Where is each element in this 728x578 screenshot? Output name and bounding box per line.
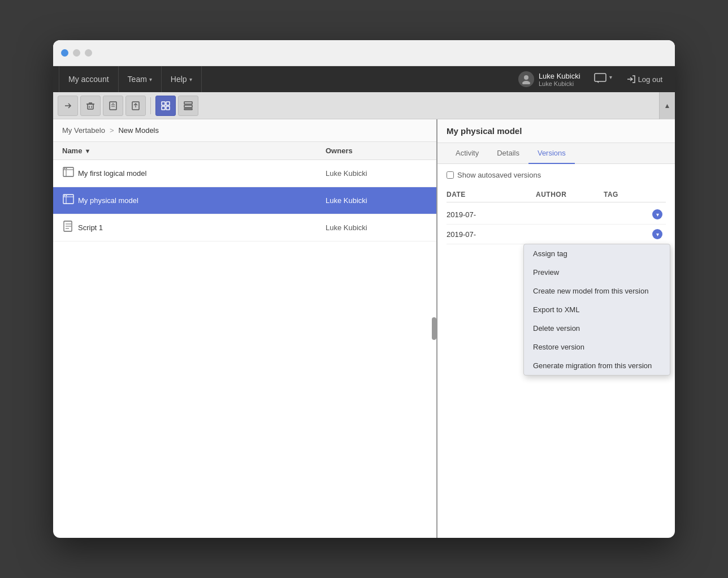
user-display-name: Luke Kubicki <box>539 72 580 80</box>
nav-team[interactable]: Team ▾ <box>119 66 162 92</box>
nav-right: Luke Kubicki Luke Kubicki ▾ Log out <box>513 70 669 89</box>
trafficlight-fullscreen[interactable] <box>85 49 92 57</box>
svg-rect-13 <box>162 102 165 105</box>
table-row[interactable]: My physical model Luke Kubicki <box>53 187 436 214</box>
breadcrumb-link[interactable]: My Vertabelo <box>62 126 105 135</box>
nav-left: My account Team ▾ Help ▾ <box>59 66 513 92</box>
version-date-2: 2019-07- <box>447 230 536 239</box>
row-owner-2: Luke Kubicki <box>326 196 427 205</box>
content-area: My Vertabelo > New Models Name ▼ Owners <box>53 119 675 538</box>
toolbar-scroll-up[interactable]: ▲ <box>659 92 675 119</box>
version-dropdown-1[interactable]: ▾ <box>652 209 662 219</box>
vcol-action-header <box>649 191 666 199</box>
toolbar-btn-export[interactable] <box>125 96 146 116</box>
tab-details[interactable]: Details <box>488 143 528 164</box>
toolbar-btn-forward[interactable] <box>58 96 78 116</box>
toolbar-separator <box>150 97 151 114</box>
row-icon-physical <box>62 193 78 208</box>
tab-versions[interactable]: Versions <box>528 143 575 164</box>
version-action-2[interactable]: ▾ <box>649 229 666 239</box>
nav-team-label: Team <box>128 75 147 84</box>
context-menu-assign-tag[interactable]: Assign tag <box>524 244 670 263</box>
svg-point-24 <box>66 168 67 169</box>
svg-point-1 <box>522 81 530 84</box>
context-menu-restore-version[interactable]: Restore version <box>524 338 670 356</box>
autosaved-checkbox[interactable] <box>447 171 454 179</box>
breadcrumb: My Vertabelo > New Models <box>53 119 436 142</box>
vcol-tag-header: TAG <box>604 191 649 199</box>
row-owner-1: Luke Kubicki <box>326 169 427 178</box>
nav-help[interactable]: Help ▾ <box>162 66 202 92</box>
context-menu-generate-migration[interactable]: Generate migration from this version <box>524 356 670 375</box>
messages-button[interactable]: ▾ <box>588 70 618 89</box>
navbar: My account Team ▾ Help ▾ Luke K <box>53 66 675 92</box>
breadcrumb-separator: > <box>110 126 114 135</box>
row-icon-logical <box>62 166 78 181</box>
user-names: Luke Kubicki Luke Kubicki <box>539 72 580 87</box>
version-date-1: 2019-07- <box>447 210 536 219</box>
toolbar: ▲ <box>53 92 675 119</box>
svg-point-23 <box>64 168 66 169</box>
toolbar-btn-new-file[interactable] <box>103 96 123 116</box>
svg-point-0 <box>524 75 528 80</box>
nav-myaccount[interactable]: My account <box>59 66 119 92</box>
svg-rect-4 <box>88 104 93 109</box>
nav-help-arrow: ▾ <box>189 76 192 83</box>
svg-point-29 <box>66 195 67 196</box>
row-name-1: My first logical model <box>78 169 326 178</box>
autosaved-label: Show autosaved versions <box>457 171 541 179</box>
context-menu-delete-version[interactable]: Delete version <box>524 319 670 338</box>
toolbar-btn-delete[interactable] <box>80 96 101 116</box>
user-info[interactable]: Luke Kubicki Luke Kubicki <box>513 71 586 87</box>
table-row[interactable]: Script 1 Luke Kubicki <box>53 214 436 241</box>
col-owners-header: Owners <box>326 146 427 155</box>
main-window: My account Team ▾ Help ▾ Luke K <box>53 40 675 538</box>
version-row-2: 2019-07- ▾ Assign tag Preview <box>447 225 666 244</box>
context-menu: Assign tag Preview Create new model from… <box>523 244 670 376</box>
vcol-date-header: DATE <box>447 191 536 199</box>
svg-rect-19 <box>184 109 192 110</box>
nav-help-label: Help <box>171 75 187 84</box>
versions-content: Show autosaved versions DATE AUTHOR TAG … <box>437 164 675 538</box>
avatar <box>518 71 534 87</box>
svg-rect-14 <box>166 102 170 105</box>
logout-label: Log out <box>638 75 662 84</box>
row-icon-script <box>62 220 78 235</box>
table-header: Name ▼ Owners <box>53 142 436 160</box>
row-name-3: Script 1 <box>78 223 326 232</box>
trafficlight-minimize[interactable] <box>73 49 80 57</box>
toolbar-btn-view1[interactable] <box>155 96 176 116</box>
col-name-header[interactable]: Name ▼ <box>62 146 326 155</box>
row-name-2: My physical model <box>78 196 326 205</box>
sort-arrow: ▼ <box>84 148 90 154</box>
nav-team-arrow: ▾ <box>149 76 152 83</box>
logout-button[interactable]: Log out <box>620 71 669 87</box>
right-panel: My physical model Activity Details Versi… <box>437 119 675 538</box>
user-sub-name: Luke Kubicki <box>539 80 580 87</box>
breadcrumb-current: New Models <box>118 126 159 135</box>
versions-table-header: DATE AUTHOR TAG <box>447 187 666 202</box>
left-panel: My Vertabelo > New Models Name ▼ Owners <box>53 119 437 538</box>
resize-handle[interactable] <box>432 317 436 340</box>
context-menu-preview[interactable]: Preview <box>524 263 670 282</box>
svg-point-28 <box>64 195 66 196</box>
toolbar-btn-view2[interactable] <box>178 96 198 116</box>
tabs: Activity Details Versions <box>437 143 675 164</box>
svg-rect-18 <box>184 105 192 107</box>
panel-title: My physical model <box>437 119 675 143</box>
svg-rect-2 <box>595 74 606 81</box>
tab-activity[interactable]: Activity <box>447 143 488 164</box>
nav-myaccount-label: My account <box>68 75 109 84</box>
svg-rect-17 <box>184 102 192 104</box>
autosaved-checkbox-row[interactable]: Show autosaved versions <box>447 171 666 179</box>
row-owner-3: Luke Kubicki <box>326 223 427 232</box>
version-dropdown-2[interactable]: ▾ <box>652 229 662 239</box>
context-menu-export-xml[interactable]: Export to XML <box>524 300 670 319</box>
titlebar <box>53 40 675 66</box>
trafficlight-close[interactable] <box>61 49 68 57</box>
context-menu-create-new[interactable]: Create new model from this version <box>524 282 670 300</box>
table-row[interactable]: My first logical model Luke Kubicki <box>53 160 436 187</box>
svg-rect-15 <box>162 106 165 110</box>
version-action-1[interactable]: ▾ <box>649 209 666 219</box>
vcol-author-header: AUTHOR <box>536 191 604 199</box>
